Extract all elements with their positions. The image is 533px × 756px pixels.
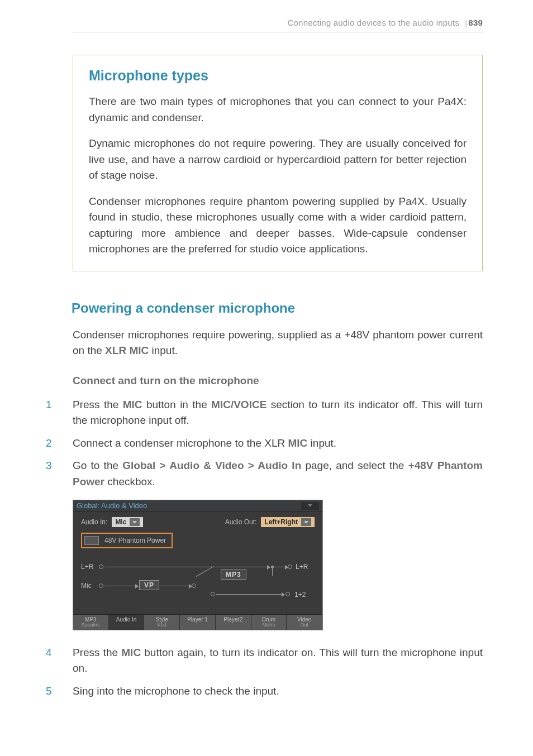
tab-video-out[interactable]: VideoOut bbox=[287, 615, 322, 630]
diagram-label: L+R bbox=[296, 563, 308, 571]
diagram-line bbox=[196, 566, 214, 577]
diagram-node bbox=[99, 564, 103, 569]
callout-paragraph: Condenser microphones require phantom po… bbox=[89, 194, 467, 257]
section-intro: Condenser microphones require powering, … bbox=[73, 327, 483, 359]
diagram-label: Mic bbox=[81, 582, 92, 590]
running-header: Connecting audio devices to the audio in… bbox=[73, 18, 483, 32]
phantom-power-highlight: 48V Phantom Power bbox=[81, 533, 173, 548]
step-item: Go to the Global > Audio & Video > Audio… bbox=[46, 458, 483, 490]
tab-drum-metro[interactable]: DrumMetro bbox=[251, 615, 287, 630]
microphone-types-callout: Microphone types There are two main type… bbox=[73, 55, 483, 271]
diagram-label: L+R bbox=[81, 563, 93, 571]
audio-video-screenshot: Global: Audio & Video Audio In: Mic Audi… bbox=[73, 500, 323, 630]
tab-player2[interactable]: Player2 bbox=[216, 615, 251, 630]
steps-list-continued: Press the MIC button again, to turn its … bbox=[73, 645, 483, 700]
tab-mp3-speakers[interactable]: MP3Speakrs bbox=[73, 615, 109, 630]
diagram-line bbox=[274, 567, 285, 567]
ui-label: Global > Audio & Video > Audio In bbox=[122, 460, 301, 471]
figure-tabs: MP3Speakrs Audio In StyleKbd Player 1 Pl… bbox=[73, 614, 322, 630]
diagram-line bbox=[104, 567, 268, 567]
phantom-power-checkbox[interactable] bbox=[84, 536, 99, 545]
diagram-box: VP bbox=[139, 580, 159, 590]
diagram-line bbox=[104, 586, 136, 586]
audio-in-dropdown[interactable]: Mic bbox=[112, 517, 143, 527]
ui-label: XLR MIC bbox=[105, 344, 149, 356]
ui-label: MIC bbox=[121, 647, 141, 658]
menu-dropdown-icon[interactable] bbox=[301, 502, 319, 510]
diagram-node bbox=[288, 564, 292, 569]
step-item: Sing into the microphone to check the in… bbox=[46, 683, 483, 700]
step-item: Connect a condenser microphone to the XL… bbox=[46, 436, 483, 452]
ui-label: MIC bbox=[123, 399, 142, 410]
ui-label: MIC/VOICE bbox=[211, 399, 266, 410]
diagram-line bbox=[272, 568, 273, 576]
section-heading: Powering a condenser microphone bbox=[72, 300, 483, 316]
step-item: Press the MIC button again, to turn its … bbox=[46, 645, 483, 677]
diagram-node bbox=[285, 592, 290, 596]
tab-player1[interactable]: Player 1 bbox=[180, 615, 216, 630]
diagram-line bbox=[160, 586, 189, 586]
audio-in-label: Audio In: bbox=[81, 518, 107, 526]
figure-title: Global: Audio & Video bbox=[77, 501, 147, 510]
chevron-down-icon bbox=[301, 518, 311, 526]
header-section: Connecting audio devices to the audio in… bbox=[288, 18, 459, 27]
audio-out-dropdown[interactable]: Left+Right bbox=[261, 517, 315, 527]
tab-audio-in[interactable]: Audio In bbox=[109, 615, 145, 630]
steps-list: Press the MIC button in the MIC/VOICE se… bbox=[73, 397, 483, 490]
callout-paragraph: There are two main types of microphones … bbox=[89, 94, 467, 126]
ui-label: MIC bbox=[288, 437, 308, 449]
callout-paragraph: Dynamic microphones do not require power… bbox=[89, 136, 467, 184]
step-item: Press the MIC button in the MIC/VOICE se… bbox=[46, 397, 483, 429]
signal-flow-diagram: L+R Mic VP MP3 L+R bbox=[81, 563, 315, 607]
phantom-power-label: 48V Phantom Power bbox=[104, 537, 166, 544]
audio-out-label: Audio Out: bbox=[225, 518, 257, 526]
diagram-box: MP3 bbox=[221, 570, 246, 580]
header-divider: | bbox=[465, 18, 467, 27]
callout-title: Microphone types bbox=[89, 68, 467, 84]
subheading: Connect and turn on the microphone bbox=[73, 375, 483, 387]
diagram-node bbox=[192, 583, 196, 588]
figure-titlebar: Global: Audio & Video bbox=[73, 500, 322, 511]
diagram-node bbox=[211, 592, 215, 596]
tab-style-kbd[interactable]: StyleKbd bbox=[144, 615, 180, 630]
diagram-label: 1+2 bbox=[294, 591, 306, 599]
diagram-node bbox=[99, 583, 103, 588]
diagram-line bbox=[216, 594, 282, 595]
chevron-down-icon bbox=[130, 518, 140, 526]
page-number: 839 bbox=[468, 18, 483, 27]
